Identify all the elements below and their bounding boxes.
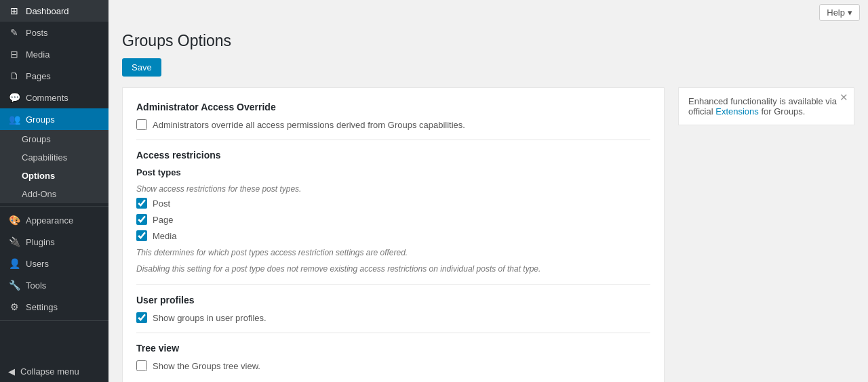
appearance-icon: 🎨 [8, 215, 20, 226]
side-notice: ✕ Enhanced functionality is available vi… [678, 87, 854, 125]
user-profiles-label: Show groups in user profiles. [153, 313, 267, 323]
post-type-page-row: Page [136, 214, 650, 225]
tree-view-title: Tree view [136, 343, 650, 354]
sidebar-item-label: Comments [26, 93, 68, 103]
user-profiles-title: User profiles [136, 295, 650, 305]
tree-view-label: Show the Groups tree view. [153, 361, 260, 371]
sidebar-item-groups-groups[interactable]: Groups [0, 130, 108, 148]
sidebar-item-groups[interactable]: 👥 Groups [0, 108, 108, 130]
content-inner: Administrator Access Override Administra… [122, 87, 854, 382]
post-type-media-label: Media [153, 231, 176, 241]
sidebar-item-label: Users [26, 259, 49, 269]
side-notice-close[interactable]: ✕ [840, 92, 848, 102]
save-button[interactable]: Save [122, 58, 161, 77]
posts-icon: ✎ [8, 27, 20, 38]
help-label: Help [827, 7, 845, 18]
post-type-media-checkbox[interactable] [136, 230, 147, 241]
sidebar-item-tools[interactable]: 🔧 Tools [0, 274, 108, 296]
main-panel: Administrator Access Override Administra… [122, 87, 665, 382]
admin-access-label: Administrators override all access permi… [153, 120, 465, 130]
post-types-footer-note2: Disabling this setting for a post type d… [136, 263, 650, 275]
help-button[interactable]: Help ▾ [819, 4, 860, 21]
post-type-media-row: Media [136, 230, 650, 241]
access-restrictions-title: Access restricions [136, 150, 650, 161]
divider-3 [136, 333, 650, 333]
post-type-post-row: Post [136, 198, 650, 209]
post-type-page-label: Page [153, 215, 173, 225]
post-type-post-checkbox[interactable] [136, 198, 147, 209]
topbar: Help ▾ [108, 0, 868, 25]
admin-access-checkbox[interactable] [136, 119, 147, 130]
sidebar-item-settings[interactable]: ⚙ Settings [0, 296, 108, 318]
collapse-label: Collapse menu [20, 366, 79, 377]
user-profiles-checkbox[interactable] [136, 312, 147, 323]
sidebar-item-label: Dashboard [26, 6, 69, 16]
post-types-title: Post types [136, 167, 650, 177]
sidebar-divider-2 [0, 320, 108, 321]
extensions-link[interactable]: Extensions [715, 106, 759, 116]
user-profiles-checkbox-row: Show groups in user profiles. [136, 312, 650, 323]
side-notice-text2: for Groups. [759, 106, 806, 116]
divider-1 [136, 140, 650, 140]
sidebar-item-label: Media [26, 49, 50, 60]
groups-submenu: Groups Capabilities Options Add-Ons [0, 130, 108, 203]
sidebar-item-groups-addons[interactable]: Add-Ons [0, 185, 108, 203]
sidebar-item-pages[interactable]: 🗋 Pages [0, 65, 108, 87]
collapse-icon: ◀ [8, 366, 15, 377]
tools-icon: 🔧 [8, 280, 20, 291]
sidebar-item-label: Tools [26, 280, 46, 291]
media-icon: ⊟ [8, 49, 20, 60]
sidebar-item-comments[interactable]: 💬 Comments [0, 87, 108, 108]
post-types-footer-note1: This determines for which post types acc… [136, 247, 650, 259]
help-chevron-icon: ▾ [848, 7, 852, 18]
dashboard-icon: ⊞ [8, 5, 20, 16]
plugins-icon: 🔌 [8, 236, 20, 247]
sidebar-item-groups-capabilities[interactable]: Capabilities [0, 148, 108, 167]
tree-view-checkbox[interactable] [136, 360, 147, 371]
admin-access-checkbox-row: Administrators override all access permi… [136, 119, 650, 130]
admin-access-title: Administrator Access Override [136, 102, 650, 112]
comments-icon: 💬 [8, 92, 20, 103]
main-content: Help ▾ Groups Options Save Administrator… [108, 0, 868, 382]
sidebar-item-label: Groups [26, 114, 55, 125]
collapse-menu[interactable]: ◀ Collapse menu [0, 361, 108, 382]
content-area: Groups Options Save Administrator Access… [108, 25, 868, 382]
post-type-post-label: Post [153, 198, 170, 209]
sidebar-item-label: Pages [26, 71, 51, 81]
pages-icon: 🗋 [8, 70, 20, 81]
divider-2 [136, 284, 650, 285]
post-types-note: Show access restrictions for these post … [136, 183, 650, 195]
sidebar-item-plugins[interactable]: 🔌 Plugins [0, 231, 108, 253]
sidebar-item-appearance[interactable]: 🎨 Appearance [0, 209, 108, 231]
sidebar-item-media[interactable]: ⊟ Media [0, 43, 108, 65]
sidebar-divider [0, 206, 108, 207]
sidebar-item-groups-options[interactable]: Options [0, 167, 108, 185]
page-title: Groups Options [122, 32, 854, 50]
users-icon: 👤 [8, 258, 20, 269]
sidebar-item-posts[interactable]: ✎ Posts [0, 22, 108, 43]
sidebar-item-dashboard[interactable]: ⊞ Dashboard [0, 0, 108, 22]
sidebar-item-label: Appearance [26, 215, 73, 226]
sidebar-item-label: Posts [26, 28, 48, 38]
tree-view-checkbox-row: Show the Groups tree view. [136, 360, 650, 371]
sidebar-item-label: Plugins [26, 237, 55, 247]
settings-icon: ⚙ [8, 301, 20, 312]
post-type-page-checkbox[interactable] [136, 214, 147, 225]
sidebar-item-label: Settings [26, 302, 58, 312]
sidebar-item-users[interactable]: 👤 Users [0, 253, 108, 274]
groups-icon: 👥 [8, 114, 20, 125]
sidebar: ⊞ Dashboard ✎ Posts ⊟ Media 🗋 Pages 💬 Co… [0, 0, 108, 382]
